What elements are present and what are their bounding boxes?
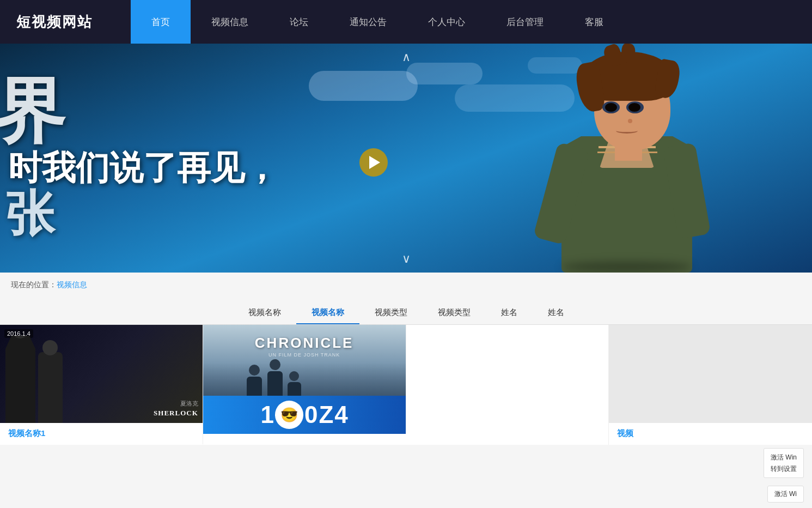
logo-overlay: 1 😎 0 Z 4 <box>203 396 406 434</box>
nav-item-admin[interactable]: 后台管理 <box>486 0 564 44</box>
banner-arrow-down[interactable]: ∨ <box>402 252 411 266</box>
filter-tab-video-name-1[interactable]: 视频名称 <box>233 302 296 324</box>
chronicle-subtitle-text: UN FILM DE JOSH TRANK <box>268 352 340 358</box>
logo-face-icon: 😎 <box>275 401 303 429</box>
breadcrumb-current[interactable]: 视频信息 <box>57 280 87 289</box>
filter-bar: 视频名称 视频名称 视频类型 视频类型 姓名 姓名 <box>0 298 812 324</box>
logo-digit-4: 4 <box>334 401 347 428</box>
nav-item-home[interactable]: 首页 <box>131 0 191 44</box>
banner: 界 时我们说了再见， 张 ∧ ∨ <box>0 44 812 273</box>
banner-text: 界 时我们说了再见， 张 <box>0 76 487 239</box>
filter-tab-video-type-1[interactable]: 视频类型 <box>359 302 423 324</box>
video-card-4-partial: 视频 <box>609 325 812 445</box>
video-card-4-info: 视频 <box>609 423 812 444</box>
breadcrumb-bar: 现在的位置：视频信息 <box>0 273 812 298</box>
video-thumb-sherlock: 2016.1.4 SHERLOCK 夏洛克 <box>0 325 203 423</box>
char-nose <box>628 119 632 123</box>
logo-display: 1 😎 0 Z 4 <box>260 401 347 429</box>
banner-line3: 张 <box>5 190 487 239</box>
nav-item-videos[interactable]: 视频信息 <box>191 0 269 44</box>
navbar-brand: 短视频网站 <box>0 0 131 44</box>
banner-line1: 界 <box>0 76 487 147</box>
play-icon <box>369 156 380 169</box>
char-shadow <box>561 262 692 273</box>
sherlock-figure-2 <box>38 352 63 423</box>
video-card-1-title[interactable]: 视频名称1 <box>8 428 194 439</box>
video-card-4-thumb <box>609 325 812 423</box>
char-mouth <box>616 128 638 134</box>
navbar: 短视频网站 首页 视频信息 论坛 通知公告 个人中心 后台管理 客服 <box>0 0 812 44</box>
video-card-1-info: 视频名称1 <box>0 423 203 444</box>
video-card-2: CHRONICLE UN FILM DE JOSH TRANK 1 😎 0 Z … <box>203 325 406 434</box>
video-card-1: 2016.1.4 SHERLOCK 夏洛克 视频名称1 <box>0 325 203 444</box>
breadcrumb-prefix: 现在的位置： <box>11 280 57 289</box>
filter-tab-name-1[interactable]: 姓名 <box>486 302 533 324</box>
logo-letter-z: Z <box>319 401 333 428</box>
sherlock-cn-title: 夏洛克 <box>180 400 198 408</box>
video-grid: 2016.1.4 SHERLOCK 夏洛克 视频名称1 <box>0 325 812 445</box>
chronicle-title-text: CHRONICLE <box>255 335 354 352</box>
sherlock-figure-1 <box>5 336 35 423</box>
nav-item-support[interactable]: 客服 <box>564 0 624 44</box>
banner-arrow-up[interactable]: ∧ <box>402 50 411 64</box>
sherlock-title: SHERLOCK <box>154 409 198 418</box>
char-hair-spike-2 <box>621 44 636 63</box>
logo-digit-2: 0 <box>304 401 318 428</box>
nav-item-notice[interactable]: 通知公告 <box>329 0 407 44</box>
filter-tab-video-type-2[interactable]: 视频类型 <box>423 302 486 324</box>
play-button[interactable] <box>359 148 388 177</box>
logo-digit-1: 1 <box>260 401 273 428</box>
filter-tab-name-2[interactable]: 姓名 <box>533 302 579 324</box>
char-pupil-r <box>628 103 640 112</box>
char-neck <box>615 144 642 161</box>
char-pupil-l <box>605 103 617 112</box>
nav-item-forum[interactable]: 论坛 <box>269 0 329 44</box>
filter-tab-video-name-2[interactable]: 视频名称 <box>296 302 359 324</box>
video-card-3 <box>406 325 609 445</box>
navbar-nav: 首页 视频信息 论坛 通知公告 个人中心 后台管理 客服 <box>131 0 812 44</box>
video-card-4-title[interactable]: 视频 <box>617 428 804 439</box>
anime-character <box>551 55 779 273</box>
nav-item-profile[interactable]: 个人中心 <box>407 0 486 44</box>
banner-line2: 时我们说了再见， <box>8 147 487 190</box>
